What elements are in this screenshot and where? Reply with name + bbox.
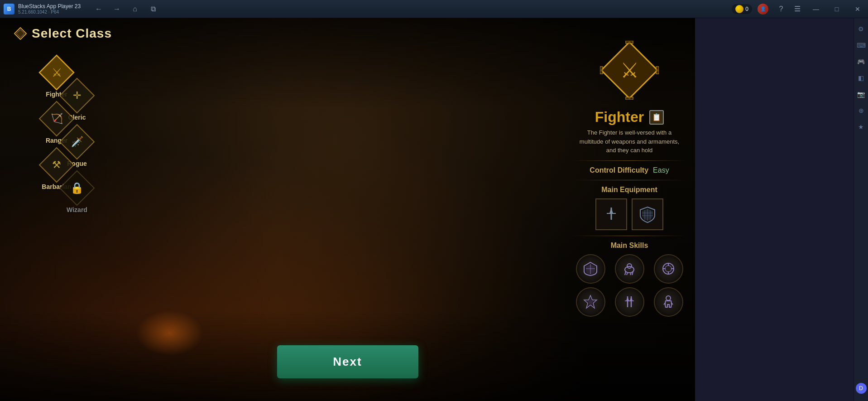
skill-1-icon	[583, 261, 598, 276]
sidebar-icon-layers[interactable]: ◧	[855, 72, 868, 84]
skills-grid	[573, 254, 686, 317]
class-item-wizard[interactable]: 🔒 Wizard	[59, 170, 95, 213]
coin-icon	[735, 5, 743, 13]
equipment-row	[573, 198, 686, 230]
svg-marker-41	[626, 296, 629, 301]
wizard-label: Wizard	[67, 206, 87, 213]
menu-icon[interactable]: ☰	[790, 2, 805, 16]
nav-tabs-button[interactable]: ⧉	[145, 1, 161, 17]
control-difficulty-value: Easy	[653, 166, 669, 174]
next-button[interactable]: Next	[277, 345, 418, 378]
svg-line-25	[625, 271, 626, 275]
select-class-header: Select Class	[14, 26, 112, 41]
header-diamond-icon	[14, 27, 27, 40]
sidebar-icon-star[interactable]: ★	[855, 121, 868, 133]
minimize-button[interactable]: —	[806, 0, 826, 18]
nav-forward-button[interactable]: →	[109, 1, 125, 17]
cleric-icon: ✛	[73, 90, 81, 101]
app-icon: B	[4, 4, 14, 14]
skill-slot-6	[654, 287, 683, 317]
svg-point-30	[665, 266, 671, 272]
class-list: ⚔ Fighter ✛ Cleric 🏹 Ranger	[18, 54, 95, 209]
skill-slot-3	[654, 254, 683, 284]
skill-slot-2	[615, 254, 644, 284]
sidebar-icon-settings[interactable]: ⚙	[855, 23, 868, 35]
sword-icon	[602, 205, 620, 223]
game-area: Select Class ⚔ Fighter ✛ Cleric	[0, 18, 695, 401]
svg-line-26	[627, 272, 628, 275]
window-controls: — □ ✕	[806, 0, 868, 18]
skill-6-icon	[661, 295, 676, 309]
divider-2	[573, 180, 686, 180]
sidebar-icon-gamepad[interactable]: 🎮	[855, 55, 868, 68]
shield-icon	[638, 205, 657, 223]
svg-point-43	[666, 296, 671, 300]
sidebar-icon-camera[interactable]: 📷	[855, 88, 868, 101]
app-subtitle: 5.21.660.1042 · P64	[18, 10, 81, 14]
skill-slot-1	[576, 254, 605, 284]
fighter-book-button[interactable]: 📋	[649, 110, 664, 125]
skill-2-icon	[622, 261, 637, 276]
main-equipment-label: Main Equipment	[573, 186, 686, 194]
right-panel: ⚔ Fighter 📋 The Fighter is well-versed w…	[573, 41, 686, 317]
app-title: BlueStacks App Player 23	[18, 3, 81, 10]
maximize-button[interactable]: □	[826, 0, 847, 18]
skill-4-icon	[583, 295, 598, 309]
main-skills-label: Main Skills	[573, 242, 686, 250]
skill-3-icon	[661, 261, 676, 276]
fighter-title-row: Fighter 📋	[573, 109, 686, 126]
coin-area: 0	[732, 4, 752, 14]
divider-3	[573, 236, 686, 236]
skill-5-icon	[622, 295, 637, 309]
close-button[interactable]: ✕	[847, 0, 868, 18]
fighter-title: Fighter	[595, 109, 644, 126]
select-class-title: Select Class	[32, 26, 112, 41]
equipment-slot-sword	[595, 198, 627, 230]
svg-rect-10	[626, 97, 633, 100]
control-difficulty-row: Control Difficulty Easy	[573, 166, 686, 174]
nav-back-button[interactable]: ←	[91, 1, 107, 17]
user-avatar[interactable]: 👤	[758, 4, 768, 14]
sidebar-discord-button[interactable]: D	[856, 383, 867, 394]
selected-class-display: ⚔	[600, 41, 659, 100]
coin-count: 0	[745, 6, 748, 12]
svg-rect-9	[626, 41, 633, 43]
ranger-icon: 🏹	[51, 113, 63, 125]
help-icon[interactable]: ?	[774, 2, 788, 16]
svg-rect-12	[656, 67, 659, 74]
title-bar: B BlueStacks App Player 23 5.21.660.1042…	[0, 0, 868, 18]
skill-slot-4	[576, 287, 605, 317]
title-icons: ? ☰	[773, 2, 806, 16]
skill-slot-5	[615, 287, 644, 317]
control-difficulty-label: Control Difficulty	[590, 166, 648, 174]
wizard-lock-icon: 🔒	[70, 182, 84, 194]
svg-marker-15	[609, 208, 613, 213]
rogue-icon: 🗡️	[71, 136, 83, 148]
right-sidebar: ⚙ ⌨ 🎮 ◧ 📷 ⊕ ★ D	[854, 18, 868, 401]
selected-class-icon: ⚔	[620, 58, 639, 82]
divider-1	[573, 160, 686, 161]
sidebar-icon-location[interactable]: ⊕	[855, 104, 868, 117]
barbarian-icon: ⚒	[52, 159, 61, 171]
fighter-description: The Fighter is well-versed with a multit…	[573, 128, 686, 155]
equipment-slot-shield	[632, 198, 663, 230]
nav-home-button[interactable]: ⌂	[127, 1, 143, 17]
svg-marker-36	[587, 298, 594, 305]
sidebar-icon-keyboard[interactable]: ⌨	[855, 39, 868, 52]
svg-rect-11	[600, 67, 603, 74]
svg-marker-42	[630, 296, 633, 301]
